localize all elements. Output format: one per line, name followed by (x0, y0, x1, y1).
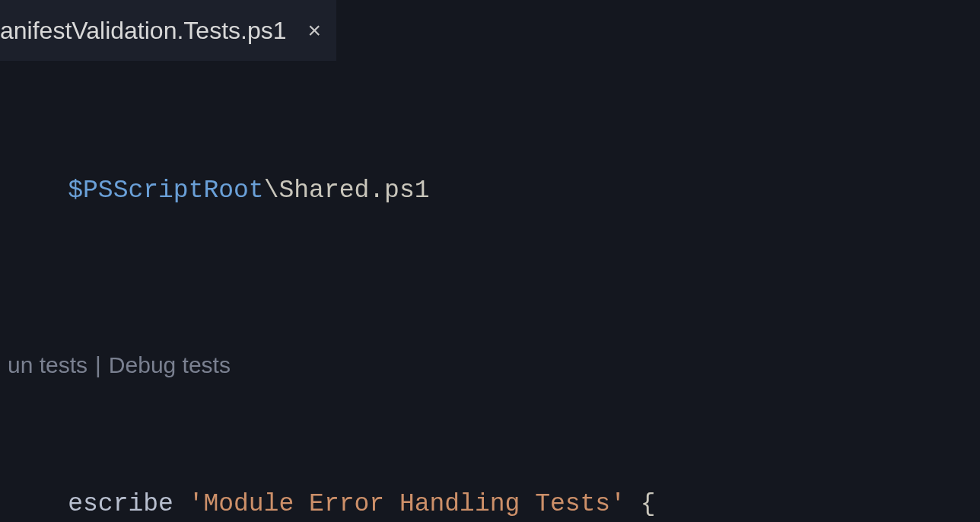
keyword-describe: escribe (68, 490, 173, 518)
tab-filename: anifestValidation.Tests.ps1 (0, 17, 287, 45)
blank-line (8, 243, 980, 279)
code-line: $PSScriptRoot\Shared.ps1 (8, 138, 980, 173)
text-token: \Shared.ps1 (264, 177, 430, 205)
code-line: escribe 'Module Error Handling Tests' { (8, 452, 980, 487)
brace-token: { (625, 490, 656, 518)
string-token: 'Module Error Handling Tests' (189, 490, 625, 518)
code-editor[interactable]: $PSScriptRoot\Shared.ps1 un tests | Debu… (0, 61, 980, 522)
variable-token: $PSScriptRoot (68, 177, 263, 205)
editor-tab[interactable]: anifestValidation.Tests.ps1 × (0, 0, 336, 61)
codelens-row: un tests | Debug tests (8, 349, 980, 382)
tab-bar: anifestValidation.Tests.ps1 × (0, 0, 980, 61)
codelens-separator: | (95, 348, 101, 383)
codelens-run-tests[interactable]: un tests (8, 348, 88, 383)
codelens-debug-tests[interactable]: Debug tests (109, 348, 231, 383)
close-icon[interactable]: × (308, 19, 322, 42)
